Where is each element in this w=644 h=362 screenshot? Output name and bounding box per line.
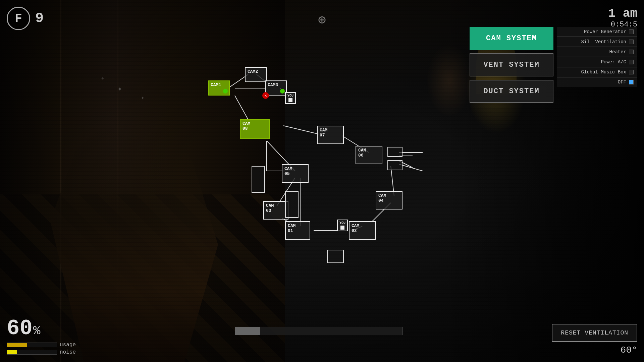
cam1-active-dot — [223, 89, 228, 94]
toggle-label: Power Generator — [584, 29, 626, 35]
cam-alert-x: ✕ — [262, 92, 269, 99]
usage-bar-track — [7, 343, 57, 347]
power-ac-indicator — [629, 60, 634, 64]
power-percentage: 60 — [7, 316, 33, 341]
toggle-sil-ventilation[interactable]: Sil. Ventilation — [557, 37, 637, 47]
vent-system-button[interactable]: VENT SYSTEM — [470, 53, 553, 76]
cam-connector-box — [252, 166, 265, 193]
cam-horiz-box — [327, 250, 344, 263]
usage-bar-fill — [7, 343, 27, 347]
power-generator-indicator — [629, 29, 634, 34]
toggle-global-music-box[interactable]: Global Music Box — [557, 67, 637, 77]
toggle-power-generator[interactable]: Power Generator — [557, 27, 637, 37]
freddy-badge: F — [7, 7, 30, 30]
camera-connections — [208, 67, 443, 268]
toggle-power-ac[interactable]: Power A/C — [557, 57, 637, 67]
bottom-noise-bar — [235, 327, 402, 335]
cam3-active-dot — [280, 89, 285, 94]
noise-bar-fill — [7, 350, 17, 354]
toggle-label: Sil. Ventilation — [581, 39, 626, 45]
noise-bar-container: noise — [7, 349, 76, 355]
toggle-label: Power A/C — [601, 59, 626, 65]
usage-label: usage — [60, 342, 76, 348]
toggle-label: Heater — [609, 49, 626, 55]
bottom-stats: 60 % usage noise — [7, 316, 76, 355]
off-indicator — [629, 80, 634, 84]
svg-line-5 — [283, 126, 319, 134]
temperature-value: 60° — [621, 345, 637, 355]
sil-ventilation-indicator — [629, 40, 634, 44]
cam-node-02[interactable]: CAM02 — [349, 221, 376, 240]
cam-node-04[interactable]: CAM04 — [376, 191, 402, 209]
crosshair: ⊕ — [318, 12, 326, 28]
toggle-label: Global Music Box — [581, 69, 626, 75]
toggle-heater[interactable]: Heater — [557, 47, 637, 57]
cam-system-button[interactable]: CAM SYSTEM — [470, 27, 553, 50]
cam-side-box-1 — [387, 147, 402, 157]
cam-node-07[interactable]: CAM07 — [317, 126, 344, 144]
time-display-area: 1 am 0:54:5 — [608, 7, 637, 29]
you-marker-bottom: YOU — [337, 220, 348, 231]
you-marker-top: YOU — [285, 92, 296, 104]
night-counter: 9 — [35, 10, 44, 26]
usage-bar-container: usage — [7, 342, 76, 348]
cam-node-08[interactable]: CAM08 — [240, 119, 270, 139]
cam-node-03[interactable]: CAM03 — [263, 201, 288, 220]
temperature-display: 60° — [621, 345, 637, 355]
cam-node-06[interactable]: CAM06 — [356, 146, 382, 164]
camera-map: CAM2 CAM1 CAM3 ✕ YOU CAM08 CAM07 CAM06 C… — [208, 67, 443, 268]
top-left-hud: F 9 — [7, 7, 44, 30]
right-panel: Power Generator Sil. Ventilation Heater … — [557, 27, 637, 87]
reset-ventilation-button[interactable]: RESET VENTILATION — [552, 324, 637, 342]
duct-system-button[interactable]: DUCT SYSTEM — [470, 80, 553, 103]
cam-side-box-2 — [387, 160, 402, 170]
percent-symbol: % — [33, 324, 41, 338]
cam-node-2[interactable]: CAM2 — [245, 67, 267, 82]
toggle-off[interactable]: OFF — [557, 77, 637, 87]
heater-indicator — [629, 50, 634, 54]
cam-vert-connector — [285, 191, 299, 218]
noise-bar-track — [7, 350, 57, 355]
noise-label: noise — [60, 349, 76, 355]
global-music-box-indicator — [629, 70, 634, 74]
system-buttons: CAM SYSTEM VENT SYSTEM DUCT SYSTEM — [470, 27, 553, 103]
cam-node-05[interactable]: CAM05 — [282, 164, 309, 183]
cam-node-01[interactable]: CAM01 — [285, 221, 310, 240]
cam-node-1[interactable]: CAM1 — [208, 80, 230, 96]
time-display: 1 am — [608, 7, 637, 20]
noise-level-fill — [235, 327, 260, 335]
svg-line-20 — [399, 164, 423, 171]
toggle-label: OFF — [618, 79, 626, 85]
